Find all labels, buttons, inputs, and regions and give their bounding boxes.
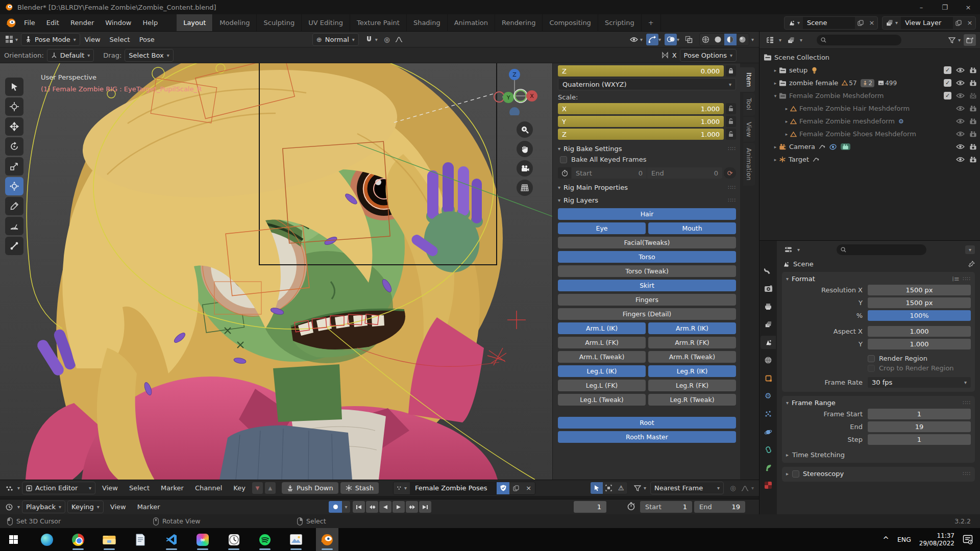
outliner-row-zombie-female[interactable]: ▸ zombie female 57 2 499 ✓ [760, 77, 980, 89]
play-reverse-button[interactable] [379, 501, 391, 513]
unlock-icon[interactable] [726, 116, 736, 127]
rig-layer-fingers[interactable]: Fingers [558, 294, 736, 306]
bake-end-field[interactable]: End0 [647, 167, 722, 179]
hide-eye-icon[interactable] [956, 131, 965, 137]
rotation-mode-dropdown[interactable]: Quaternion (WXYZ)▾ [558, 78, 736, 90]
falloff-dropdown[interactable] [739, 482, 751, 494]
stash-button[interactable]: Stash [340, 482, 379, 494]
rig-layer-hair[interactable]: Hair [558, 208, 736, 220]
filter-icon[interactable] [631, 482, 644, 494]
rig-layer-leg-r-tweak[interactable]: Leg.R (Tweak) [648, 394, 736, 406]
play-button[interactable] [393, 501, 405, 513]
shading-settings-chevron[interactable]: ▾ [751, 37, 754, 42]
close-button[interactable]: × [957, 0, 980, 14]
tab-tool-icon[interactable] [761, 264, 776, 278]
viewport-menu-pose[interactable]: Pose [135, 36, 159, 43]
mirror-icon[interactable] [659, 49, 671, 61]
hide-eye-icon[interactable] [956, 93, 965, 98]
frame-start-field[interactable]: 1 [868, 409, 971, 419]
outliner-row-shoes-meshdeform[interactable]: ▸ Female Zombie Shoes Meshdeform [760, 128, 980, 140]
tool-measure[interactable] [5, 217, 23, 235]
language-indicator[interactable]: ENG [897, 536, 911, 543]
filter-icon[interactable] [946, 34, 958, 46]
hide-eye-icon[interactable] [956, 118, 965, 124]
edge-icon[interactable] [36, 528, 58, 551]
hidden-channels-toggle[interactable] [603, 482, 615, 494]
scene-name[interactable]: Scene [803, 17, 855, 29]
file-explorer-icon[interactable] [98, 528, 120, 551]
unlink-scene-button[interactable]: × [866, 17, 877, 29]
disable-render-icon[interactable] [969, 143, 977, 150]
chevron-down-icon[interactable]: ▾ [786, 276, 789, 282]
shading-material-button[interactable] [724, 34, 737, 45]
rig-layer-fingers-detail[interactable]: Fingers (Detail) [558, 308, 736, 320]
tool-transform[interactable] [5, 177, 23, 195]
current-frame-field[interactable]: 1 [574, 501, 606, 513]
outliner-row-meshdeform-collection[interactable]: ▾ Female Zombie Meshdeform ✓ [760, 89, 980, 102]
expand-icon[interactable]: ▸ [783, 132, 790, 137]
show-gizmo-toggle[interactable] [646, 34, 658, 45]
object-visibility-dropdown[interactable] [628, 34, 640, 45]
hide-eye-icon[interactable] [956, 80, 965, 86]
viewport-menu-select[interactable]: Select [105, 36, 135, 43]
shading-solid-button[interactable] [712, 34, 724, 45]
clock[interactable]: 11:37 29/08/2022 [919, 532, 954, 547]
action-name[interactable]: Female Zombie Poses [410, 482, 497, 494]
ds-menu-key[interactable]: Key [229, 484, 250, 492]
scale-y-field[interactable]: Y1.000 [558, 116, 724, 127]
start-button[interactable] [2, 528, 24, 551]
tab-view[interactable]: View [743, 117, 755, 142]
pose-options-dropdown[interactable]: Pose Options ▾ [680, 49, 737, 62]
outliner-row-hair-meshdeform[interactable]: ▸ Female Zombie Hair Meshdeform [760, 102, 980, 115]
rig-layer-leg-l-tweak[interactable]: Leg.L (Tweak) [558, 394, 646, 406]
rig-layer-torso-tweak[interactable]: Torso (Tweak) [558, 265, 736, 277]
snap-settings-chevron[interactable]: ▾ [375, 37, 378, 42]
outliner-row-target[interactable]: ▸ Target [760, 153, 980, 166]
move-channel-down-button[interactable]: ▼ [252, 482, 263, 494]
chevron-down-icon[interactable]: ▾ [677, 37, 679, 42]
orientation-dropdown[interactable]: Default ▾ [47, 49, 94, 62]
toggle-orthographic-button[interactable] [517, 180, 533, 196]
tl-menu-marker[interactable]: Marker [133, 503, 165, 511]
move-channel-up-button[interactable]: ▲ [265, 482, 276, 494]
properties-options-button[interactable]: ▾ [965, 245, 975, 254]
pin-icon[interactable] [968, 261, 975, 267]
keying-dropdown[interactable]: Keying▾ [67, 500, 104, 513]
rig-main-properties-header[interactable]: ▾ Rig Main Properties ∷∷ [558, 184, 736, 191]
stereoscopy-title[interactable]: Stereoscopy [803, 470, 844, 478]
3d-viewport[interactable]: ▾ Pose Mode ▾ View Select Pose ⊕ Normal … [0, 32, 759, 480]
vscode-icon[interactable] [160, 528, 183, 551]
disable-render-icon[interactable] [969, 131, 977, 137]
editor-type-button[interactable] [3, 34, 15, 45]
tab-scripting[interactable]: Scripting [598, 14, 642, 31]
rig-layer-arm-r-ik[interactable]: Arm.R (IK) [648, 322, 736, 334]
tab-shading[interactable]: Shading [407, 14, 448, 31]
shading-rendered-button[interactable] [737, 34, 749, 45]
rig-layer-rooth-master[interactable]: Rooth Master [558, 431, 736, 443]
tool-rotate[interactable] [5, 137, 23, 156]
ds-menu-view[interactable]: View [97, 484, 122, 492]
resolution-percent-slider[interactable]: 100% [868, 310, 971, 321]
tab-compositing[interactable]: Compositing [543, 14, 598, 31]
tab-modeling[interactable]: Modeling [213, 14, 257, 31]
resolution-x-field[interactable]: 1500 px [868, 285, 971, 295]
disable-render-icon[interactable] [969, 67, 977, 73]
aspect-x-field[interactable]: 1.000 [868, 326, 971, 337]
panel-grip-icon[interactable]: ∷∷ [963, 470, 971, 477]
frame-range-panel-title[interactable]: Frame Range [792, 399, 836, 407]
tab-sculpting[interactable]: Sculpting [257, 14, 302, 31]
crop-region-checkbox[interactable] [868, 365, 875, 372]
outliner-row-setup[interactable]: ▸ setup ✓ [760, 64, 980, 77]
presets-icon[interactable]: ⁞≡ [952, 275, 960, 283]
expand-icon[interactable]: ▸ [772, 144, 779, 149]
rig-layer-arm-r-tweak[interactable]: Arm.R (Tweak) [648, 351, 736, 363]
rig-layer-root[interactable]: Root [558, 417, 736, 429]
rig-layers-header[interactable]: ▾ Rig Layers ∷∷ [558, 196, 736, 204]
browse-action-button[interactable]: ▾ [394, 482, 410, 494]
menu-render[interactable]: Render [65, 16, 100, 30]
tab-view-layer-icon[interactable] [761, 318, 776, 331]
menu-help[interactable]: Help [137, 16, 164, 30]
add-view-layer-button[interactable] [953, 17, 964, 29]
camera-view-button[interactable] [517, 160, 533, 177]
fake-user-shield-button[interactable] [497, 482, 509, 494]
